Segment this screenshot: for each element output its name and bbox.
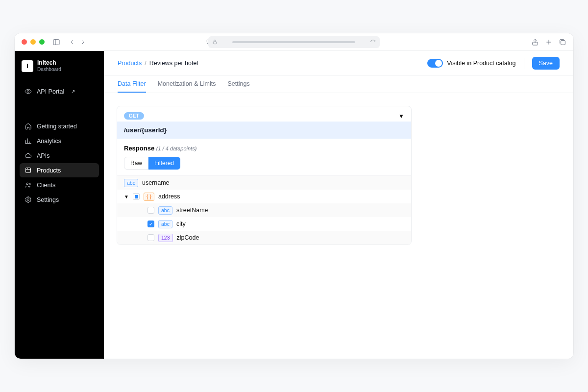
sidebar-item-label: Analytics bbox=[37, 138, 61, 145]
svg-rect-0 bbox=[53, 39, 59, 45]
page-tabs: Data Filter Monetization & Limits Settin… bbox=[104, 75, 573, 93]
response-meta: (1 / 4 datapoints) bbox=[156, 146, 197, 151]
window-minimize-button[interactable] bbox=[30, 39, 36, 45]
sidebar-item-products[interactable]: Products bbox=[20, 163, 99, 177]
window-body: I Initech Dashboard API Portal ↗ Getting… bbox=[15, 51, 573, 359]
checkbox-city[interactable]: ✓ bbox=[147, 220, 154, 227]
visibility-toggle-row: Visible in Product catalog bbox=[427, 59, 515, 68]
org-switcher[interactable]: I Initech Dashboard bbox=[20, 59, 99, 79]
browser-url-bar[interactable] bbox=[208, 36, 380, 48]
caret-down-icon[interactable]: ▼ bbox=[124, 194, 129, 199]
browser-window: I Initech Dashboard API Portal ↗ Getting… bbox=[15, 33, 573, 359]
sidebar-item-label: Products bbox=[37, 167, 61, 174]
gear-icon bbox=[24, 196, 32, 203]
field-row-zipcode[interactable]: 123 zipCode bbox=[117, 231, 411, 245]
org-logo: I bbox=[22, 60, 33, 72]
endpoint-card-header[interactable]: GET ▼ bbox=[117, 106, 411, 122]
type-tag-string-icon: abc bbox=[158, 220, 172, 228]
sidebar-item-apis[interactable]: APIs bbox=[20, 148, 99, 163]
http-method-pill: GET bbox=[124, 112, 144, 120]
type-tag-object-icon: { } bbox=[144, 193, 154, 201]
endpoint-card: GET ▼ /user/{userId} Response (1 / 4 dat… bbox=[117, 106, 412, 245]
breadcrumb-separator: / bbox=[145, 60, 146, 67]
sidebar-item-label: Getting started bbox=[37, 123, 77, 130]
field-label: zipCode bbox=[177, 234, 199, 241]
checkbox-address[interactable] bbox=[133, 193, 140, 200]
chevron-down-icon: ▼ bbox=[398, 113, 404, 120]
svg-rect-7 bbox=[561, 40, 565, 45]
response-title: Response (1 / 4 datapoints) bbox=[124, 145, 404, 152]
sidebar-item-label: APIs bbox=[37, 152, 49, 159]
sidebar-item-label: Settings bbox=[37, 196, 59, 203]
svg-point-8 bbox=[27, 91, 29, 93]
reload-icon[interactable] bbox=[370, 39, 376, 45]
type-tag-number-icon: 123 bbox=[158, 234, 173, 242]
response-view-segmented: Raw Filtered bbox=[124, 157, 404, 170]
visibility-toggle-label: Visible in Product catalog bbox=[447, 60, 515, 67]
svg-rect-3 bbox=[213, 42, 216, 44]
eye-icon bbox=[24, 88, 32, 95]
sidebar-item-analytics[interactable]: Analytics bbox=[20, 134, 99, 148]
lock-icon bbox=[212, 39, 218, 45]
sidebar-item-label: Clients bbox=[37, 182, 55, 189]
tab-data-filter[interactable]: Data Filter bbox=[118, 75, 146, 93]
app-sidebar: I Initech Dashboard API Portal ↗ Getting… bbox=[15, 51, 104, 359]
breadcrumb-root[interactable]: Products bbox=[118, 60, 142, 67]
field-label: streetName bbox=[176, 207, 208, 214]
page-topbar: Products / Reviews per hotel Visible in … bbox=[104, 51, 573, 75]
segmented-option-filtered[interactable]: Filtered bbox=[148, 157, 180, 170]
field-row-streetname[interactable]: abc streetName bbox=[117, 203, 411, 217]
tabs-overview-icon[interactable] bbox=[559, 38, 566, 46]
sidebar-item-label: API Portal bbox=[37, 88, 64, 95]
response-header: Response (1 / 4 datapoints) Raw Filtered bbox=[117, 139, 411, 176]
browser-chrome-toolbar bbox=[15, 33, 573, 51]
sidebar-item-getting-started[interactable]: Getting started bbox=[20, 119, 99, 133]
svg-point-16 bbox=[26, 183, 28, 185]
browser-back-icon[interactable] bbox=[68, 38, 76, 46]
package-icon bbox=[24, 167, 32, 174]
external-link-icon: ↗ bbox=[71, 89, 75, 94]
checkbox-zipcode[interactable] bbox=[147, 234, 154, 241]
checkbox-streetname[interactable] bbox=[147, 207, 154, 214]
sidebar-item-clients[interactable]: Clients bbox=[20, 178, 99, 192]
field-label: address bbox=[158, 193, 180, 200]
org-name: Initech bbox=[37, 60, 61, 67]
field-row-username[interactable]: abc username bbox=[117, 176, 411, 190]
svg-rect-13 bbox=[26, 168, 31, 173]
window-traffic-lights bbox=[22, 39, 45, 45]
svg-point-18 bbox=[27, 199, 29, 201]
share-icon[interactable] bbox=[531, 38, 539, 46]
sidebar-item-settings[interactable]: Settings bbox=[20, 193, 99, 207]
divider bbox=[524, 58, 524, 69]
type-tag-string-icon: abc bbox=[158, 206, 172, 215]
window-close-button[interactable] bbox=[22, 39, 27, 45]
cloud-icon bbox=[24, 152, 32, 159]
org-subtitle: Dashboard bbox=[37, 67, 61, 73]
sidebar-item-api-portal[interactable]: API Portal ↗ bbox=[20, 84, 99, 98]
field-label: city bbox=[176, 220, 186, 227]
content-area: GET ▼ /user/{userId} Response (1 / 4 dat… bbox=[104, 93, 573, 258]
visibility-toggle[interactable] bbox=[427, 59, 443, 68]
window-maximize-button[interactable] bbox=[39, 39, 45, 45]
sidebar-toggle-icon[interactable] bbox=[52, 38, 60, 46]
segmented-option-raw[interactable]: Raw bbox=[124, 157, 148, 170]
tab-monetization-limits[interactable]: Monetization & Limits bbox=[158, 75, 216, 93]
save-button[interactable]: Save bbox=[532, 57, 560, 70]
tab-settings[interactable]: Settings bbox=[227, 75, 249, 93]
home-icon bbox=[24, 122, 32, 130]
response-title-text: Response bbox=[124, 145, 154, 152]
main-content: Products / Reviews per hotel Visible in … bbox=[104, 51, 573, 359]
breadcrumb-current: Reviews per hotel bbox=[149, 60, 198, 67]
type-tag-string-icon: abc bbox=[124, 179, 138, 187]
new-tab-icon[interactable] bbox=[545, 38, 553, 46]
field-tree: abc username ▼ { } address abc s bbox=[117, 176, 411, 245]
browser-right-controls bbox=[531, 38, 566, 46]
field-row-city[interactable]: ✓ abc city bbox=[117, 217, 411, 231]
chart-icon bbox=[24, 137, 32, 145]
field-row-address[interactable]: ▼ { } address bbox=[117, 190, 411, 203]
browser-nav-buttons bbox=[68, 38, 87, 46]
browser-forward-icon[interactable] bbox=[79, 38, 87, 46]
field-label: username bbox=[142, 179, 170, 186]
url-placeholder bbox=[232, 41, 355, 43]
users-icon bbox=[24, 181, 32, 189]
